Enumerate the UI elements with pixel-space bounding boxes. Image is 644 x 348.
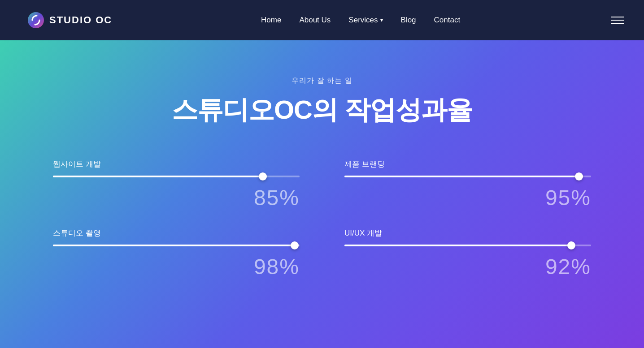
skills-grid: 웹사이트 개발 85% 제품 브랜딩 95% 스튜디오 촬영 98% — [53, 159, 591, 279]
skill-slider-ui-ux[interactable] — [344, 245, 591, 246]
skill-slider-studio-photo[interactable] — [53, 245, 300, 246]
hamburger-line-2 — [611, 20, 624, 21]
svg-point-0 — [28, 12, 44, 28]
nav-item-contact[interactable]: Contact — [434, 16, 461, 25]
logo[interactable]: STUDIO OC — [27, 11, 112, 29]
skill-pct-web-dev: 85% — [53, 185, 300, 210]
skill-slider-product-branding[interactable] — [344, 176, 591, 177]
skill-fill-product-branding — [344, 176, 579, 177]
skill-thumb-product-branding[interactable] — [575, 172, 583, 180]
nav-link-about[interactable]: About Us — [299, 16, 331, 24]
nav-item-services[interactable]: Services ▾ — [348, 16, 383, 25]
main-section: 우리가 잘 하는 일 스튜디오OC의 작업성과율 웹사이트 개발 85% 제품 … — [0, 40, 644, 348]
skill-thumb-ui-ux[interactable] — [567, 241, 575, 249]
logo-text: STUDIO OC — [49, 14, 112, 26]
nav-item-blog[interactable]: Blog — [401, 16, 416, 25]
skill-fill-ui-ux — [344, 245, 571, 246]
logo-icon — [27, 11, 45, 29]
nav-links: Home About Us Services ▾ Blog Contact — [261, 16, 460, 25]
hero-title: 스튜디오OC의 작업성과율 — [172, 93, 472, 128]
skill-studio-photo: 스튜디오 촬영 98% — [53, 228, 300, 279]
skill-slider-web-dev[interactable] — [53, 176, 300, 177]
hamburger-line-1 — [611, 17, 624, 17]
skill-label-web-dev: 웹사이트 개발 — [53, 159, 300, 169]
skill-thumb-studio-photo[interactable] — [291, 241, 299, 249]
chevron-down-icon: ▾ — [380, 17, 383, 23]
nav-link-home[interactable]: Home — [261, 16, 281, 24]
skill-label-ui-ux: UI/UX 개발 — [344, 228, 591, 238]
skill-label-studio-photo: 스튜디오 촬영 — [53, 228, 300, 238]
skill-product-branding: 제품 브랜딩 95% — [344, 159, 591, 210]
hamburger-button[interactable] — [609, 14, 626, 26]
skill-web-dev: 웹사이트 개발 85% — [53, 159, 300, 210]
nav-link-contact[interactable]: Contact — [434, 16, 461, 24]
skill-thumb-web-dev[interactable] — [259, 172, 267, 180]
skill-label-product-branding: 제품 브랜딩 — [344, 159, 591, 169]
skill-pct-product-branding: 95% — [344, 185, 591, 210]
hamburger-line-3 — [611, 23, 624, 24]
skill-pct-studio-photo: 98% — [53, 254, 300, 279]
navbar: STUDIO OC Home About Us Services ▾ Blog … — [0, 0, 644, 40]
nav-item-about[interactable]: About Us — [299, 16, 331, 25]
nav-link-blog[interactable]: Blog — [401, 16, 416, 24]
skill-fill-web-dev — [53, 176, 263, 177]
skill-ui-ux: UI/UX 개발 92% — [344, 228, 591, 279]
nav-item-home[interactable]: Home — [261, 16, 281, 25]
nav-link-services[interactable]: Services — [348, 16, 378, 25]
skill-pct-ui-ux: 92% — [344, 254, 591, 279]
skill-fill-studio-photo — [53, 245, 295, 246]
hero-subtitle: 우리가 잘 하는 일 — [292, 76, 352, 86]
